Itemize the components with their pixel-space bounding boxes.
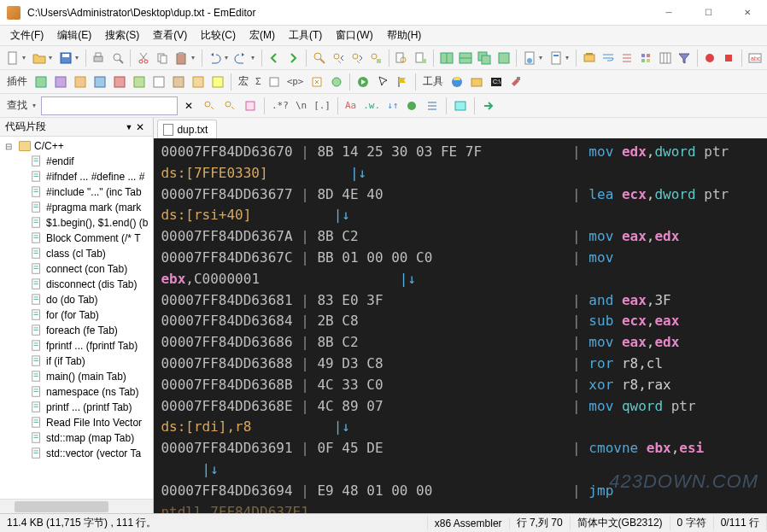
plugin-5-icon[interactable] <box>110 73 129 91</box>
snippet-item[interactable]: printf ... (printf Tab) <box>2 400 151 415</box>
undo-icon[interactable] <box>206 49 224 67</box>
markers-icon[interactable] <box>637 49 655 67</box>
window-single-icon[interactable] <box>495 49 512 67</box>
bookmark-find-icon[interactable] <box>423 96 442 115</box>
menu-item-7[interactable]: 窗口(W) <box>329 26 379 44</box>
menu-item-6[interactable]: 工具(T) <box>282 26 329 44</box>
case-icon[interactable]: Aa <box>343 100 359 111</box>
find-down-icon[interactable] <box>220 96 239 115</box>
plugin-4-icon[interactable] <box>91 73 109 91</box>
macro-tool-3-icon[interactable] <box>327 73 346 91</box>
snippet-item[interactable]: std::map (map Tab) <box>2 430 151 446</box>
menu-item-4[interactable]: 比较(C) <box>194 26 243 44</box>
macro-tool-1-icon[interactable] <box>265 73 284 91</box>
tab-dup-txt[interactable]: dup.txt <box>157 120 217 138</box>
filter-icon[interactable] <box>675 49 693 67</box>
replace-in-files-icon[interactable] <box>412 49 430 67</box>
word-wrap-icon[interactable] <box>599 49 617 67</box>
wrap-icon[interactable]: ↓↑ <box>384 100 401 111</box>
find-panel-icon[interactable] <box>451 96 470 115</box>
back-icon[interactable] <box>266 49 284 67</box>
plugin-6-icon[interactable] <box>130 73 149 91</box>
print-icon[interactable] <box>90 49 108 67</box>
record-macro-icon[interactable] <box>700 49 718 67</box>
snippets-dropdown-icon[interactable]: ▼ <box>125 123 132 132</box>
snippet-item[interactable]: Read File Into Vector <box>2 415 151 430</box>
snippet-item[interactable]: do (do Tab) <box>2 292 151 307</box>
go-icon[interactable] <box>354 73 372 91</box>
snippet-item[interactable]: foreach (fe Tab) <box>2 323 151 338</box>
menu-item-8[interactable]: 帮助(H) <box>380 26 429 44</box>
snippet-item[interactable]: namespace (ns Tab) <box>2 384 151 400</box>
snippets-close-icon[interactable]: ✕ <box>132 121 148 133</box>
word-icon[interactable]: .w. <box>360 100 383 111</box>
new-file-icon[interactable] <box>3 49 21 67</box>
copy-icon[interactable] <box>154 49 172 67</box>
menu-item-2[interactable]: 搜索(S) <box>98 26 146 44</box>
menu-item-1[interactable]: 编辑(E) <box>50 26 98 44</box>
config-icon[interactable] <box>547 49 565 67</box>
plugin-9-icon[interactable] <box>189 73 208 91</box>
snippet-item[interactable]: #include "..." (inc Tab <box>2 184 151 200</box>
charclass-icon[interactable]: [.] <box>311 100 333 111</box>
sigma-icon[interactable]: Σ <box>253 76 264 87</box>
cursor-icon[interactable] <box>373 73 392 91</box>
find-all-icon[interactable] <box>241 96 260 115</box>
maximize-button[interactable]: ☐ <box>688 0 728 26</box>
forward-icon[interactable] <box>284 49 302 67</box>
snippet-item[interactable]: class (cl Tab) <box>2 246 151 261</box>
plugin-7-icon[interactable] <box>149 73 168 91</box>
snippet-item[interactable]: $1.begin(), $1.end() (b <box>2 215 151 231</box>
plugin-10-icon[interactable] <box>208 73 227 91</box>
snippet-item[interactable]: for (for Tab) <box>2 307 151 323</box>
close-button[interactable]: ✕ <box>728 0 767 26</box>
redo-icon[interactable] <box>232 49 250 67</box>
collapse-icon[interactable]: ⊟ <box>5 142 15 151</box>
snippet-item[interactable]: #pragma mark (mark <box>2 200 151 215</box>
newline-icon[interactable]: \n <box>293 100 309 111</box>
macro-tool-2-icon[interactable] <box>307 73 326 91</box>
menu-item-5[interactable]: 宏(M) <box>243 26 282 44</box>
plugin-3-icon[interactable] <box>71 73 90 91</box>
snippet-item[interactable]: #endif <box>2 154 151 169</box>
cut-icon[interactable] <box>134 49 152 67</box>
snippet-item[interactable]: connect (con Tab) <box>2 261 151 277</box>
hammer-icon[interactable] <box>506 73 525 91</box>
snippet-item[interactable]: std::vector (vector Ta <box>2 446 151 461</box>
explorer-icon[interactable] <box>467 73 486 91</box>
find-prev-icon[interactable] <box>329 49 347 67</box>
find-input[interactable] <box>41 96 178 115</box>
window-tile-h-icon[interactable] <box>457 49 475 67</box>
replace-icon[interactable] <box>367 49 385 67</box>
ie-icon[interactable] <box>448 73 466 91</box>
plugin-8-icon[interactable] <box>169 73 188 91</box>
plugin-1-icon[interactable] <box>32 73 50 91</box>
param-icon[interactable]: <p> <box>284 76 307 87</box>
outline-icon[interactable] <box>618 49 636 67</box>
window-split-icon[interactable] <box>437 49 455 67</box>
editor[interactable]: 00007FF84DD63670 | 8B 14 25 30 03 FE 7F … <box>154 138 767 513</box>
snippets-h-scrollbar[interactable] <box>0 499 153 513</box>
flag-icon[interactable] <box>393 73 412 91</box>
snippet-item[interactable]: #ifndef ... #define ... # <box>2 169 151 184</box>
minimize-button[interactable]: ─ <box>649 0 688 26</box>
find-up-icon[interactable] <box>200 96 219 115</box>
highlight-icon[interactable] <box>402 96 421 115</box>
window-cascade-icon[interactable] <box>476 49 494 67</box>
status-encoding[interactable]: 简体中文(GB2312) <box>571 516 670 530</box>
find-icon[interactable] <box>310 49 328 67</box>
snippet-item[interactable]: fprintf ... (fprintf Tab) <box>2 338 151 354</box>
plugin-2-icon[interactable] <box>51 73 70 91</box>
find-clear-icon[interactable]: ✕ <box>179 96 198 115</box>
csv-icon[interactable] <box>656 49 674 67</box>
find-in-files-icon[interactable] <box>393 49 411 67</box>
spell-icon[interactable]: abc <box>746 49 764 67</box>
snippet-item[interactable]: if (if Tab) <box>2 354 151 369</box>
snippet-item[interactable]: disconnect (dis Tab) <box>2 277 151 292</box>
stop-macro-icon[interactable] <box>720 49 738 67</box>
save-icon[interactable] <box>56 49 74 67</box>
large-file-icon[interactable] <box>580 49 598 67</box>
snippet-item[interactable]: Block Comment (/* T <box>2 231 151 246</box>
tree-folder-cpp[interactable]: ⊟ C/C++ <box>2 138 151 154</box>
print-preview-icon[interactable] <box>108 49 126 67</box>
